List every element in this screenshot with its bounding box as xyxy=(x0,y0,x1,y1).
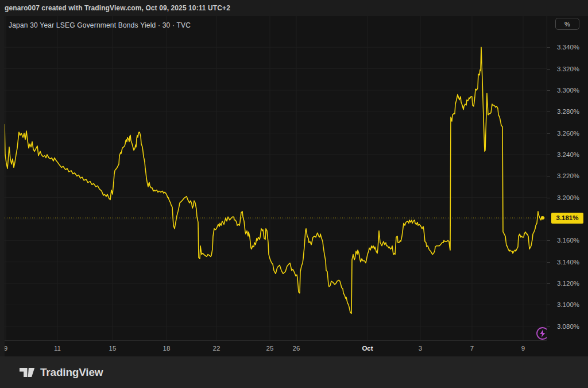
x-axis-label: 26 xyxy=(285,341,308,356)
price-chart-plot[interactable]: Japan 30 Year LSEG Government Bonds Yiel… xyxy=(5,16,547,340)
x-axis-label: 3 xyxy=(409,341,432,356)
y-axis-label: 3.320% xyxy=(547,65,588,73)
y-axis-label: 3.200% xyxy=(547,194,588,202)
tradingview-snapshot-page: genaro007 created with TradingView.com, … xyxy=(0,0,588,388)
y-axis-label: 3.100% xyxy=(547,301,588,309)
x-axis-label: 9 xyxy=(512,341,535,356)
y-axis-label: 3.240% xyxy=(547,151,588,159)
y-axis-label: 3.260% xyxy=(547,129,588,137)
y-axis-label: 3.220% xyxy=(547,172,588,180)
x-axis-label: 18 xyxy=(155,341,178,356)
y-axis-label: 3.120% xyxy=(547,279,588,287)
y-axis-label: 3.160% xyxy=(547,236,588,244)
footer-bar: TradingView xyxy=(0,356,588,388)
lightning-bolt-icon xyxy=(536,326,547,340)
percent-scale-button[interactable]: % xyxy=(555,18,579,30)
x-axis-label: 7 xyxy=(461,341,483,356)
y-axis-label: 3.300% xyxy=(547,86,588,94)
chart-panel: Japan 30 Year LSEG Government Bonds Yiel… xyxy=(5,16,588,356)
x-axis-label: 22 xyxy=(205,341,228,356)
tradingview-mark-icon xyxy=(20,367,35,378)
y-axis-label: 3.280% xyxy=(547,107,588,116)
x-axis-label: 15 xyxy=(101,341,124,356)
tradingview-logo[interactable]: TradingView xyxy=(20,366,103,379)
x-axis-label: 11 xyxy=(46,341,69,356)
x-axis-label: 25 xyxy=(258,341,281,356)
current-price-badge: 3.181% xyxy=(551,213,583,224)
y-axis-label: 3.140% xyxy=(547,258,588,266)
boost-button[interactable] xyxy=(536,326,547,340)
brand-name: TradingView xyxy=(40,366,103,379)
attribution-bar: genaro007 created with TradingView.com, … xyxy=(5,0,230,16)
yield-line-chart xyxy=(5,16,547,340)
chart-legend[interactable]: Japan 30 Year LSEG Government Bonds Yiel… xyxy=(9,20,191,30)
time-axis[interactable]: 9111518222526Oct379 xyxy=(5,340,547,356)
chart-title: Japan 30 Year LSEG Government Bonds Yiel… xyxy=(9,21,191,29)
x-axis-label: Oct xyxy=(356,341,379,356)
price-axis[interactable]: % 3.181% 3.340%3.320%3.300%3.280%3.260%3… xyxy=(547,16,588,340)
y-axis-label: 3.080% xyxy=(547,322,588,331)
y-axis-label: 3.340% xyxy=(547,43,588,51)
x-axis-label: 9 xyxy=(5,341,17,356)
